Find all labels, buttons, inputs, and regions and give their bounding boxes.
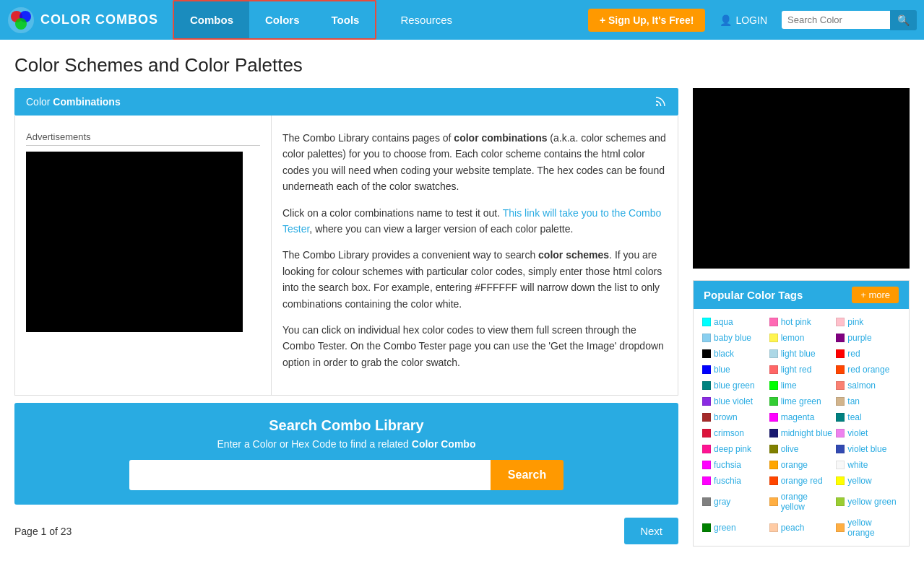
more-button[interactable]: + more xyxy=(852,287,899,303)
tag-item[interactable]: peach xyxy=(768,515,835,540)
tag-swatch xyxy=(769,334,778,342)
main-content-area: Advertisements The Combo Library contain… xyxy=(14,116,678,396)
tag-label: white xyxy=(847,460,868,470)
tag-item[interactable]: fuchsia xyxy=(701,458,768,472)
tag-swatch xyxy=(769,497,778,506)
tag-item[interactable]: gray xyxy=(701,489,768,514)
tag-label: aqua xyxy=(714,317,733,327)
search-combo-section: Search Combo Library Enter a Color or He… xyxy=(14,403,678,505)
tag-label: yellow orange xyxy=(847,518,900,538)
tag-item[interactable]: red xyxy=(834,347,902,361)
tag-item[interactable]: lemon xyxy=(768,331,835,345)
tag-item[interactable]: orange red xyxy=(768,474,835,488)
tag-item[interactable]: tan xyxy=(834,394,902,409)
tag-item[interactable]: yellow green xyxy=(834,489,902,514)
tag-label: olive xyxy=(781,444,799,454)
tag-item[interactable]: pink xyxy=(834,315,902,329)
page-title: Color Schemes and Color Palettes xyxy=(14,54,910,77)
tag-label: deep pink xyxy=(714,444,751,454)
tag-item[interactable]: violet blue xyxy=(834,442,902,456)
tag-label: yellow xyxy=(847,476,871,486)
tag-item[interactable]: teal xyxy=(834,410,902,425)
tag-item[interactable]: aqua xyxy=(701,315,768,329)
tag-item[interactable]: orange yellow xyxy=(768,489,835,514)
tag-swatch xyxy=(836,445,845,453)
tag-item[interactable]: olive xyxy=(768,442,835,456)
left-main: Color Combinations Advertisements xyxy=(14,88,678,552)
tag-label: lime xyxy=(781,380,797,391)
tag-label: blue violet xyxy=(714,396,753,406)
tag-swatch xyxy=(702,445,711,453)
tag-item[interactable]: hot pink xyxy=(768,315,835,329)
nav-tools[interactable]: Tools xyxy=(316,1,376,38)
next-button[interactable]: Next xyxy=(624,518,678,544)
tag-swatch xyxy=(769,381,778,390)
tag-swatch xyxy=(769,397,778,406)
header-search-input[interactable] xyxy=(782,11,890,29)
tag-item[interactable]: yellow orange xyxy=(834,515,902,540)
tag-item[interactable]: blue green xyxy=(701,378,768,393)
tag-item[interactable]: white xyxy=(834,458,902,472)
tag-item[interactable]: baby blue xyxy=(701,331,768,345)
tag-item[interactable]: salmon xyxy=(834,378,902,393)
right-inner: The Combo Library contains pages of colo… xyxy=(272,116,678,395)
section-title: Color Combinations xyxy=(26,96,121,108)
tag-label: lime green xyxy=(781,396,821,406)
tag-item[interactable]: lime green xyxy=(768,394,835,409)
tag-label: orange red xyxy=(781,476,823,486)
tag-item[interactable]: yellow xyxy=(834,474,902,488)
search-combo-button[interactable]: Search xyxy=(491,460,564,490)
search-combo-input[interactable] xyxy=(129,460,491,490)
section-title-prefix: Color xyxy=(26,96,53,108)
tag-item[interactable]: blue violet xyxy=(701,394,768,409)
tag-swatch xyxy=(836,461,845,469)
header-search-button[interactable]: 🔍 xyxy=(890,10,917,30)
tag-swatch xyxy=(769,413,778,422)
nav-colors[interactable]: Colors xyxy=(249,1,316,38)
tag-swatch xyxy=(836,413,845,422)
tag-swatch xyxy=(702,476,711,485)
tag-swatch xyxy=(836,318,845,326)
tag-item[interactable]: magenta xyxy=(768,410,835,425)
tag-item[interactable]: violet xyxy=(834,426,902,440)
tag-swatch xyxy=(769,365,778,374)
tag-item[interactable]: light red xyxy=(768,362,835,377)
tag-swatch xyxy=(836,365,845,374)
login-area[interactable]: 👤 LOGIN xyxy=(720,14,767,26)
tag-item[interactable]: red orange xyxy=(834,362,902,377)
tag-item[interactable]: brown xyxy=(701,410,768,425)
tag-swatch xyxy=(702,429,711,437)
tag-label: tan xyxy=(847,396,860,406)
rss-icon[interactable] xyxy=(654,95,667,108)
tag-item[interactable]: crimson xyxy=(701,426,768,440)
tag-swatch xyxy=(702,497,711,506)
nav-combos[interactable]: Combos xyxy=(174,1,249,38)
tag-label: light blue xyxy=(781,349,816,359)
tag-item[interactable]: lime xyxy=(768,378,835,393)
tag-item[interactable]: green xyxy=(701,515,768,540)
tag-item[interactable]: purple xyxy=(834,331,902,345)
tag-item[interactable]: light blue xyxy=(768,347,835,361)
logo[interactable]: COLOR COMBOS xyxy=(7,6,158,34)
tag-label: orange yellow xyxy=(781,492,834,512)
signup-button[interactable]: + Sign Up, It's Free! xyxy=(588,9,706,32)
tag-item[interactable]: fuschia xyxy=(701,474,768,488)
para3: The Combo Library provides a convenient … xyxy=(282,247,667,312)
tag-item[interactable]: midnight blue xyxy=(768,426,835,440)
tag-label: magenta xyxy=(781,412,815,422)
tag-swatch xyxy=(836,381,845,390)
ad-box xyxy=(26,152,243,332)
tag-label: red xyxy=(847,349,860,359)
tag-item[interactable]: orange xyxy=(768,458,835,472)
tag-item[interactable]: blue xyxy=(701,362,768,377)
nav-resources[interactable]: Resources xyxy=(387,14,465,26)
tag-item[interactable]: deep pink xyxy=(701,442,768,456)
para1-bold: color combinations xyxy=(454,132,547,144)
subtitle-prefix: Enter a Color or Hex Code to find a rela… xyxy=(217,438,412,450)
tag-label: midnight blue xyxy=(781,428,832,438)
tag-swatch xyxy=(836,523,845,532)
tag-item[interactable]: black xyxy=(701,347,768,361)
tag-label: light red xyxy=(781,365,812,375)
tag-label: salmon xyxy=(847,380,876,391)
user-icon: 👤 xyxy=(720,14,732,26)
